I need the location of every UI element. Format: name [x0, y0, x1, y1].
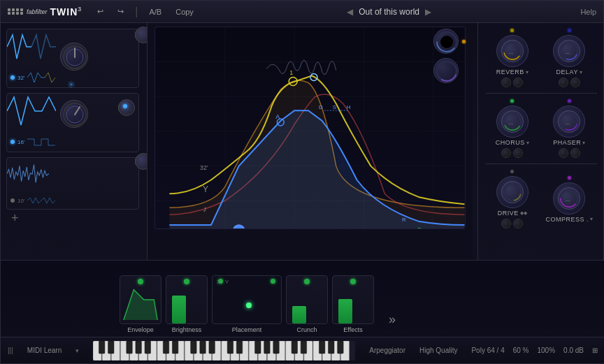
osc1-power-led[interactable]	[10, 75, 15, 80]
divider1	[485, 93, 597, 94]
phaser-knob[interactable]: ...	[553, 105, 585, 138]
delay-label: DELAY	[556, 68, 578, 75]
svg-text:R: R	[402, 217, 406, 223]
osc2-vol-knob[interactable]	[118, 99, 135, 116]
reverb-module: ... REVERB ▾	[486, 29, 538, 87]
logo-dot	[16, 8, 19, 11]
top-bar: fabfilter TWIN3 ↩ ↪ | A/B Copy ◀ Out of …	[1, 1, 603, 23]
divider2	[485, 163, 597, 164]
logo-dot	[12, 12, 15, 15]
effects-fill	[338, 299, 352, 323]
copy-button[interactable]: Copy	[171, 6, 198, 17]
svg-text:1: 1	[289, 69, 293, 76]
logo-area: fabfilter TWIN3	[8, 6, 82, 17]
drive-knob[interactable]	[496, 176, 528, 208]
effects-box	[332, 275, 374, 324]
phaser-knob-inner: ...	[558, 110, 580, 133]
reverb-mini-knob2[interactable]	[513, 78, 523, 87]
piano-keys[interactable]	[93, 341, 355, 361]
drive-power-led[interactable]	[510, 170, 514, 173]
osc3-power-led[interactable]	[10, 198, 15, 203]
svg-text:Y: Y	[203, 184, 208, 194]
status-right: Poly 64 / 4 60 % 100% 0.0 dB ⊞	[471, 347, 598, 354]
svg-text:D: D	[319, 104, 323, 110]
osc2-power-led[interactable]	[10, 140, 15, 144]
quality-button[interactable]: High Quality	[419, 347, 457, 354]
synth-display: 1 A D S H R 32' Y ♪	[154, 27, 466, 229]
effects-label: Effects	[343, 326, 362, 333]
center-main-knob[interactable]	[60, 43, 88, 71]
expand-icon[interactable]: ⊞	[592, 347, 598, 354]
osc3-sub-waveform	[27, 196, 55, 205]
mod-nav-arrow[interactable]: »	[378, 305, 406, 333]
separator: |	[135, 6, 138, 18]
crunch-led	[304, 279, 310, 284]
svg-line-5	[75, 107, 80, 115]
placement-label: Placement	[232, 326, 262, 333]
logo-dot	[16, 12, 19, 15]
phaser-power-led[interactable]	[568, 99, 571, 103]
redo-button[interactable]: ↪	[113, 6, 128, 17]
ab-button[interactable]: A/B	[145, 6, 166, 17]
lfo2-knob[interactable]	[433, 58, 459, 83]
osc1-waveform	[7, 29, 56, 64]
center-knob2[interactable]	[60, 100, 88, 128]
delay-knob[interactable]: ...	[553, 35, 585, 67]
reverb-dropdown[interactable]: ▾	[526, 69, 528, 75]
drive-label: DRIVE	[498, 210, 519, 217]
undo-button[interactable]: ↩	[93, 6, 108, 17]
compress-dropdown[interactable]: ▾	[590, 216, 593, 222]
reverb-power-led[interactable]	[510, 29, 514, 32]
drive-links[interactable]: ◆◆	[520, 210, 527, 216]
compress-knob[interactable]: ...	[553, 182, 585, 214]
logo-product: TWIN3	[50, 6, 82, 17]
drive-mini-knob1[interactable]	[501, 219, 511, 228]
delay-mini-knob1[interactable]	[559, 78, 568, 87]
envelope-module: Envelope	[120, 275, 161, 333]
chorus-knob[interactable]: ...	[496, 105, 528, 138]
piano-svg	[93, 341, 355, 361]
zoom-button[interactable]: 100%	[538, 347, 556, 354]
y-label: Y	[225, 279, 229, 285]
add-osc-button[interactable]: +	[11, 211, 19, 226]
phaser-mini-knob2[interactable]	[570, 148, 580, 158]
svg-rect-84	[127, 341, 132, 354]
chorus-power-led[interactable]	[510, 99, 514, 103]
svg-text:...: ...	[508, 48, 513, 55]
phaser-dropdown[interactable]: ▾	[582, 140, 585, 146]
compress-power-led[interactable]	[568, 176, 571, 180]
midi-dropdown[interactable]: ▾	[76, 347, 79, 354]
logo-dot	[20, 12, 23, 15]
midi-learn-button[interactable]: MIDI Learn	[27, 347, 62, 354]
bars-icon: |||	[8, 347, 13, 354]
delay-mini-knob2[interactable]	[570, 78, 580, 87]
placement-box[interactable]: X Y	[212, 275, 282, 324]
reverb-mini-knob1[interactable]	[501, 78, 511, 87]
osc2-waveform	[7, 94, 56, 129]
svg-rect-87	[164, 341, 169, 354]
placement-cursor[interactable]	[246, 303, 252, 308]
help-button[interactable]: Help	[580, 8, 596, 16]
chorus-dropdown[interactable]: ▾	[526, 140, 529, 146]
freeze-icon[interactable]: ✳	[67, 79, 76, 90]
logo-dot	[8, 8, 10, 11]
drive-mini-knob2[interactable]	[513, 219, 523, 228]
crunch-label: Crunch	[296, 326, 317, 333]
chorus-mini-knob1[interactable]	[501, 148, 511, 158]
status-bar: ||| MIDI Learn ▾	[1, 337, 604, 363]
envelope-led	[138, 279, 143, 284]
chorus-mini-knob2[interactable]	[513, 148, 523, 158]
delay-dropdown[interactable]: ▾	[580, 69, 582, 75]
lfo-speed-knob[interactable]	[433, 29, 459, 54]
svg-rect-89	[191, 341, 196, 354]
reverb-knob[interactable]: ...	[496, 35, 528, 67]
arpeggiator-button[interactable]: Arpeggiator	[369, 347, 405, 354]
svg-rect-91	[209, 341, 215, 354]
preset-prev-button[interactable]: ◀	[347, 7, 353, 17]
phaser-mini-knob1[interactable]	[559, 148, 568, 158]
svg-text:H: H	[347, 104, 351, 110]
osc2-octave: 16'	[17, 139, 24, 145]
volume-display[interactable]: 0.0 dB	[563, 347, 584, 354]
delay-power-led[interactable]	[568, 29, 571, 32]
preset-next-button[interactable]: ▶	[425, 7, 431, 17]
